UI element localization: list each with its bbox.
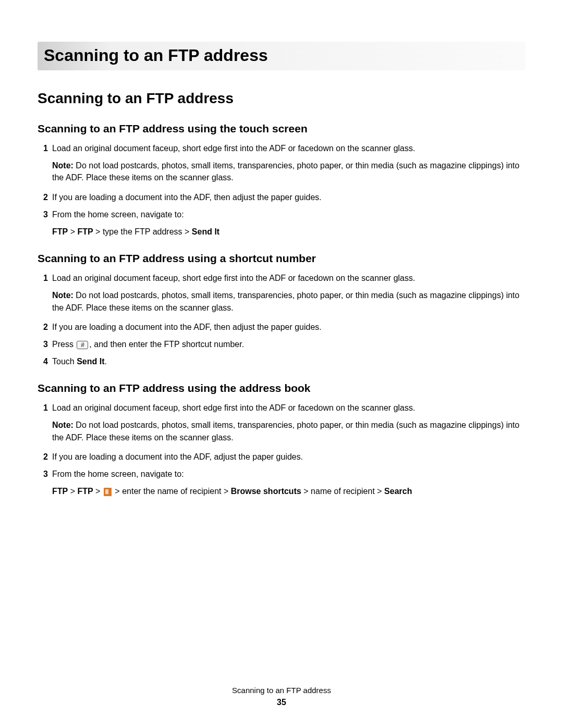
path-segment-send: Send It [192, 227, 219, 236]
step-row: 1 Load an original document faceup, shor… [38, 272, 525, 284]
path-sep: > [68, 487, 77, 496]
note-label: Note: [52, 161, 74, 170]
path-segment-ftp: FTP [52, 227, 68, 236]
note-text: Do not load postcards, photos, small ite… [52, 421, 519, 441]
step4-pre: Touch [52, 357, 77, 366]
step-text: If you are loading a document into the A… [52, 451, 525, 463]
step-text: Load an original document faceup, short … [52, 272, 525, 284]
step3-post: , and then enter the FTP shortcut number… [89, 340, 244, 349]
footer-page-number: 35 [0, 698, 563, 707]
note-text: Do not load postcards, photos, small ite… [52, 291, 519, 312]
step-number: 2 [38, 451, 52, 463]
note-label: Note: [52, 421, 74, 429]
page-title: Scanning to an FTP address [44, 46, 519, 65]
footer-title: Scanning to an FTP address [0, 686, 563, 695]
step-text: Load an original document faceup, short … [52, 142, 525, 154]
path-sep: > [93, 487, 103, 496]
path-segment-ftp: FTP [77, 227, 93, 236]
step-row: 2 If you are loading a document into the… [38, 321, 525, 333]
step-text: Load an original document faceup, short … [52, 402, 525, 414]
hash-key-icon: # [77, 341, 88, 349]
path-sep: > [68, 227, 77, 236]
subsection-heading-shortcut: Scanning to an FTP address using a short… [38, 252, 525, 265]
step-number: 2 [38, 321, 52, 333]
step4-post: . [104, 357, 106, 366]
path-segment-ftp: FTP [77, 487, 93, 496]
step-row: 2 If you are loading a document into the… [38, 451, 525, 463]
step-number: 1 [38, 272, 52, 284]
step-row: 1 Load an original document faceup, shor… [38, 402, 525, 414]
step-text: Press #, and then enter the FTP shortcut… [52, 338, 525, 350]
navigation-path: FTP > FTP > type the FTP address > Send … [52, 226, 525, 238]
step-text: If you are loading a document into the A… [52, 191, 525, 203]
note-label: Note: [52, 291, 74, 300]
step-row: 4 Touch Send It. [38, 355, 525, 367]
step-row: 3 From the home screen, navigate to: [38, 468, 525, 480]
page-title-bar: Scanning to an FTP address [38, 42, 525, 70]
path-text: > enter the name of recipient > [113, 487, 231, 496]
step-row: 3 From the home screen, navigate to: [38, 208, 525, 220]
note-block: Note: Do not load postcards, photos, sma… [52, 159, 525, 183]
addressbook-icon [104, 488, 112, 496]
step4-bold: Send It [77, 357, 104, 366]
step-number: 3 [38, 208, 52, 220]
note-block: Note: Do not load postcards, photos, sma… [52, 289, 525, 313]
step-number: 1 [38, 402, 52, 414]
step-text: From the home screen, navigate to: [52, 468, 525, 480]
path-text: > name of recipient > [301, 487, 384, 496]
note-text: Do not load postcards, photos, small ite… [52, 161, 519, 182]
subsection-heading-touch: Scanning to an FTP address using the tou… [38, 122, 525, 135]
step-text: From the home screen, navigate to: [52, 208, 525, 220]
path-text: > type the FTP address > [93, 227, 192, 236]
step-row: 3 Press #, and then enter the FTP shortc… [38, 338, 525, 350]
path-segment-ftp: FTP [52, 487, 68, 496]
note-block: Note: Do not load postcards, photos, sma… [52, 419, 525, 443]
path-segment-browse: Browse shortcuts [231, 487, 301, 496]
subsection-heading-addressbook: Scanning to an FTP address using the add… [38, 382, 525, 394]
step-number: 3 [38, 468, 52, 480]
step-number: 2 [38, 191, 52, 203]
step-number: 3 [38, 338, 52, 350]
step-text: Touch Send It. [52, 355, 525, 367]
path-segment-search: Search [384, 487, 412, 496]
step3-pre: Press [52, 340, 76, 349]
page-footer: Scanning to an FTP address 35 [0, 686, 563, 707]
step-text: If you are loading a document into the A… [52, 321, 525, 333]
step-row: 1 Load an original document faceup, shor… [38, 142, 525, 154]
section-heading-h2: Scanning to an FTP address [38, 90, 525, 107]
step-number: 1 [38, 142, 52, 154]
step-row: 2 If you are loading a document into the… [38, 191, 525, 203]
step-number: 4 [38, 355, 52, 367]
navigation-path: FTP > FTP > > enter the name of recipien… [52, 485, 525, 497]
